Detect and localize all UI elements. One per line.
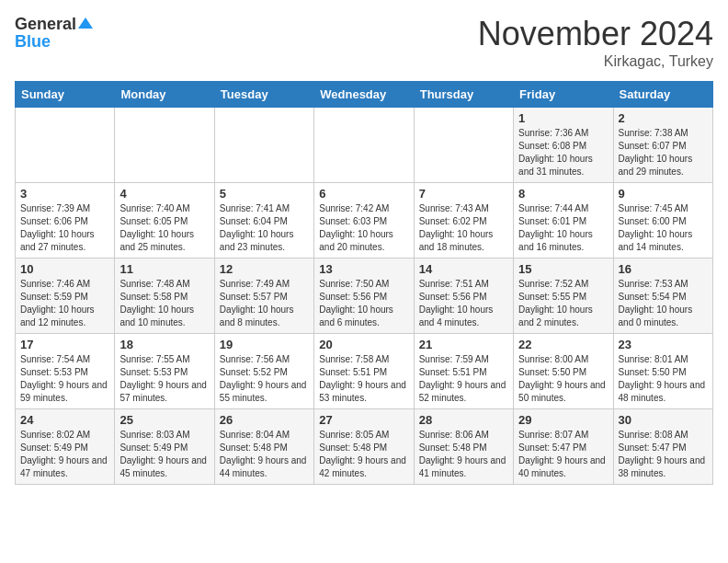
day-number: 18 <box>119 338 209 351</box>
day-info: Sunrise: 7:49 AM Sunset: 5:57 PM Dayligh… <box>220 278 309 329</box>
calendar-cell-w1-d7: 2Sunrise: 7:38 AM Sunset: 6:07 PM Daylig… <box>613 108 712 183</box>
day-number: 8 <box>518 187 608 201</box>
day-number: 20 <box>319 338 408 351</box>
day-number: 13 <box>319 262 408 276</box>
day-info: Sunrise: 7:44 AM Sunset: 6:01 PM Dayligh… <box>518 202 608 254</box>
day-number: 10 <box>20 262 109 276</box>
day-number: 25 <box>119 413 209 427</box>
week-row-2: 3Sunrise: 7:39 AM Sunset: 6:06 PM Daylig… <box>16 183 713 259</box>
day-info: Sunrise: 8:08 AM Sunset: 5:47 PM Dayligh… <box>619 429 708 480</box>
day-info: Sunrise: 8:04 AM Sunset: 5:48 PM Dayligh… <box>220 429 309 480</box>
calendar-cell-w5-d3: 26Sunrise: 8:04 AM Sunset: 5:48 PM Dayli… <box>214 409 313 485</box>
day-info: Sunrise: 7:52 AM Sunset: 5:55 PM Dayligh… <box>518 278 608 329</box>
calendar-cell-w2-d5: 7Sunrise: 7:43 AM Sunset: 6:02 PM Daylig… <box>414 183 513 259</box>
calendar-cell-w4-d4: 20Sunrise: 7:58 AM Sunset: 5:51 PM Dayli… <box>314 334 414 409</box>
week-row-4: 17Sunrise: 7:54 AM Sunset: 5:53 PM Dayli… <box>16 334 713 409</box>
calendar-cell-w2-d2: 4Sunrise: 7:40 AM Sunset: 6:05 PM Daylig… <box>115 183 214 259</box>
calendar-cell-w2-d3: 5Sunrise: 7:41 AM Sunset: 6:04 PM Daylig… <box>214 183 313 259</box>
calendar-cell-w5-d1: 24Sunrise: 8:02 AM Sunset: 5:49 PM Dayli… <box>16 409 115 485</box>
calendar-cell-w3-d6: 15Sunrise: 7:52 AM Sunset: 5:55 PM Dayli… <box>514 259 613 334</box>
day-info: Sunrise: 7:53 AM Sunset: 5:54 PM Dayligh… <box>619 278 708 329</box>
calendar-table: SundayMondayTuesdayWednesdayThursdayFrid… <box>15 81 713 485</box>
day-number: 3 <box>20 187 109 201</box>
day-info: Sunrise: 7:50 AM Sunset: 5:56 PM Dayligh… <box>319 278 408 329</box>
day-number: 27 <box>319 413 408 427</box>
calendar-cell-w1-d4 <box>314 108 414 183</box>
day-info: Sunrise: 7:41 AM Sunset: 6:04 PM Dayligh… <box>220 202 309 254</box>
calendar-cell-w2-d7: 9Sunrise: 7:45 AM Sunset: 6:00 PM Daylig… <box>613 183 712 259</box>
month-title: November 2024 <box>478 15 713 53</box>
day-info: Sunrise: 7:43 AM Sunset: 6:02 PM Dayligh… <box>419 202 508 254</box>
header-friday: Friday <box>514 82 613 108</box>
logo: General Blue <box>15 15 93 52</box>
calendar-cell-w3-d2: 11Sunrise: 7:48 AM Sunset: 5:58 PM Dayli… <box>115 259 214 334</box>
week-row-5: 24Sunrise: 8:02 AM Sunset: 5:49 PM Dayli… <box>16 409 713 485</box>
day-number: 7 <box>419 187 508 201</box>
day-info: Sunrise: 7:56 AM Sunset: 5:52 PM Dayligh… <box>220 353 309 405</box>
header-row: SundayMondayTuesdayWednesdayThursdayFrid… <box>16 82 713 108</box>
calendar-cell-w5-d7: 30Sunrise: 8:08 AM Sunset: 5:47 PM Dayli… <box>613 409 712 485</box>
day-number: 1 <box>518 111 608 125</box>
day-number: 23 <box>619 338 708 351</box>
day-info: Sunrise: 7:48 AM Sunset: 5:58 PM Dayligh… <box>119 278 209 329</box>
calendar-cell-w5-d2: 25Sunrise: 8:03 AM Sunset: 5:49 PM Dayli… <box>115 409 214 485</box>
calendar-cell-w3-d5: 14Sunrise: 7:51 AM Sunset: 5:56 PM Dayli… <box>414 259 513 334</box>
day-info: Sunrise: 8:02 AM Sunset: 5:49 PM Dayligh… <box>20 429 109 480</box>
week-row-1: 1Sunrise: 7:36 AM Sunset: 6:08 PM Daylig… <box>16 108 713 183</box>
day-number: 17 <box>20 338 109 351</box>
day-info: Sunrise: 7:39 AM Sunset: 6:06 PM Dayligh… <box>20 202 109 254</box>
day-info: Sunrise: 7:42 AM Sunset: 6:03 PM Dayligh… <box>319 202 408 254</box>
calendar-body: 1Sunrise: 7:36 AM Sunset: 6:08 PM Daylig… <box>16 108 713 485</box>
logo-blue-text: Blue <box>15 32 51 52</box>
logo-general-text: General <box>15 15 76 34</box>
calendar-cell-w5-d5: 28Sunrise: 8:06 AM Sunset: 5:48 PM Dayli… <box>414 409 513 485</box>
header-thursday: Thursday <box>414 82 513 108</box>
day-info: Sunrise: 7:59 AM Sunset: 5:51 PM Dayligh… <box>419 353 508 405</box>
logo-triangle-icon <box>78 16 93 30</box>
calendar-cell-w4-d2: 18Sunrise: 7:55 AM Sunset: 5:53 PM Dayli… <box>115 334 214 409</box>
day-info: Sunrise: 7:54 AM Sunset: 5:53 PM Dayligh… <box>20 353 109 405</box>
day-number: 21 <box>419 338 508 351</box>
location-subtitle: Kirkagac, Turkey <box>478 53 713 70</box>
header-sunday: Sunday <box>16 82 115 108</box>
day-number: 11 <box>119 262 209 276</box>
calendar-cell-w2-d6: 8Sunrise: 7:44 AM Sunset: 6:01 PM Daylig… <box>514 183 613 259</box>
day-info: Sunrise: 7:58 AM Sunset: 5:51 PM Dayligh… <box>319 353 408 405</box>
calendar-cell-w1-d6: 1Sunrise: 7:36 AM Sunset: 6:08 PM Daylig… <box>514 108 613 183</box>
calendar-cell-w3-d4: 13Sunrise: 7:50 AM Sunset: 5:56 PM Dayli… <box>314 259 414 334</box>
day-number: 26 <box>220 413 309 427</box>
day-info: Sunrise: 7:55 AM Sunset: 5:53 PM Dayligh… <box>119 353 209 405</box>
day-number: 5 <box>220 187 309 201</box>
day-info: Sunrise: 8:03 AM Sunset: 5:49 PM Dayligh… <box>119 429 209 480</box>
calendar-cell-w3-d7: 16Sunrise: 7:53 AM Sunset: 5:54 PM Dayli… <box>613 259 712 334</box>
calendar-cell-w3-d3: 12Sunrise: 7:49 AM Sunset: 5:57 PM Dayli… <box>214 259 313 334</box>
calendar-cell-w1-d5 <box>414 108 513 183</box>
day-info: Sunrise: 7:40 AM Sunset: 6:05 PM Dayligh… <box>119 202 209 254</box>
day-info: Sunrise: 7:51 AM Sunset: 5:56 PM Dayligh… <box>419 278 508 329</box>
day-number: 12 <box>220 262 309 276</box>
day-info: Sunrise: 8:01 AM Sunset: 5:50 PM Dayligh… <box>619 353 708 405</box>
calendar-cell-w1-d1 <box>16 108 115 183</box>
day-number: 4 <box>119 187 209 201</box>
title-block: November 2024 Kirkagac, Turkey <box>478 15 713 70</box>
header-wednesday: Wednesday <box>314 82 414 108</box>
day-info: Sunrise: 7:45 AM Sunset: 6:00 PM Dayligh… <box>619 202 708 254</box>
calendar-cell-w5-d4: 27Sunrise: 8:05 AM Sunset: 5:48 PM Dayli… <box>314 409 414 485</box>
day-number: 6 <box>319 187 408 201</box>
header-tuesday: Tuesday <box>214 82 313 108</box>
calendar-cell-w4-d3: 19Sunrise: 7:56 AM Sunset: 5:52 PM Dayli… <box>214 334 313 409</box>
calendar-cell-w2-d4: 6Sunrise: 7:42 AM Sunset: 6:03 PM Daylig… <box>314 183 414 259</box>
calendar-cell-w4-d6: 22Sunrise: 8:00 AM Sunset: 5:50 PM Dayli… <box>514 334 613 409</box>
day-info: Sunrise: 8:06 AM Sunset: 5:48 PM Dayligh… <box>419 429 508 480</box>
day-number: 29 <box>518 413 608 427</box>
day-number: 16 <box>619 262 708 276</box>
day-info: Sunrise: 8:05 AM Sunset: 5:48 PM Dayligh… <box>319 429 408 480</box>
day-number: 28 <box>419 413 508 427</box>
day-number: 24 <box>20 413 109 427</box>
day-info: Sunrise: 7:46 AM Sunset: 5:59 PM Dayligh… <box>20 278 109 329</box>
calendar-cell-w4-d7: 23Sunrise: 8:01 AM Sunset: 5:50 PM Dayli… <box>613 334 712 409</box>
calendar-header: SundayMondayTuesdayWednesdayThursdayFrid… <box>16 82 713 108</box>
day-number: 15 <box>518 262 608 276</box>
calendar-cell-w1-d3 <box>214 108 313 183</box>
calendar-cell-w5-d6: 29Sunrise: 8:07 AM Sunset: 5:47 PM Dayli… <box>514 409 613 485</box>
